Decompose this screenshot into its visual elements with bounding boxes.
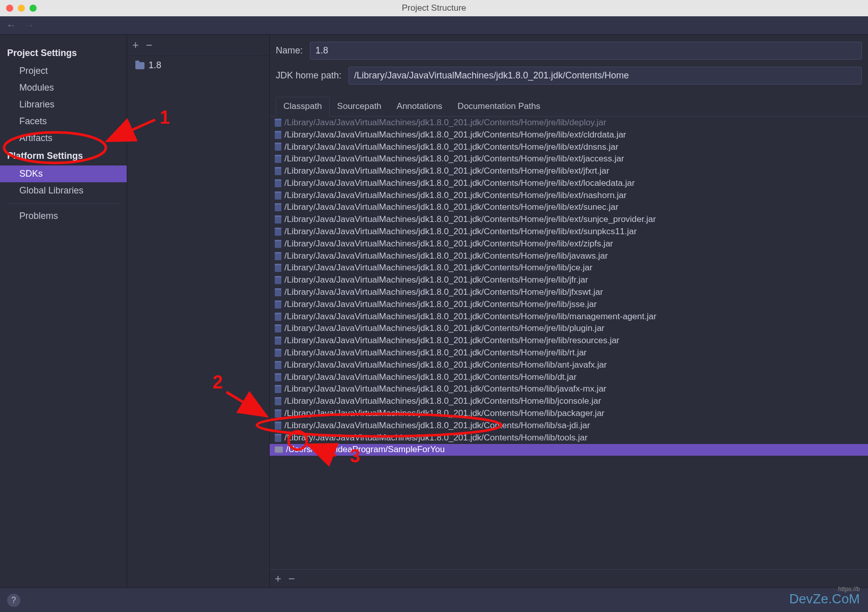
sidebar-separator xyxy=(7,203,120,204)
jdk-home-input[interactable] xyxy=(349,67,862,85)
jar-icon xyxy=(275,337,281,345)
sidebar-header-project: Project Settings xyxy=(0,44,127,63)
classpath-item-path: /Library/Java/JavaVirtualMachines/jdk1.8… xyxy=(284,251,608,261)
jar-icon xyxy=(275,409,281,418)
add-classpath-icon[interactable]: + xyxy=(275,572,281,586)
tab-sourcepath[interactable]: Sourcepath xyxy=(330,97,389,116)
classpath-item-path: /Library/Java/JavaVirtualMachines/jdk1.8… xyxy=(284,287,603,297)
classpath-item-path: /Library/Java/JavaVirtualMachines/jdk1.8… xyxy=(284,360,607,370)
close-window-icon[interactable] xyxy=(6,5,13,12)
classpath-item[interactable]: /Library/Java/JavaVirtualMachines/jdk1.8… xyxy=(270,311,868,323)
jar-icon xyxy=(275,155,281,163)
remove-classpath-icon[interactable]: − xyxy=(288,572,295,586)
classpath-item[interactable]: /Library/Java/JavaVirtualMachines/jdk1.8… xyxy=(270,226,868,238)
classpath-item-path: /Library/Java/JavaVirtualMachines/jdk1.8… xyxy=(284,263,592,273)
jar-icon xyxy=(275,276,281,284)
classpath-item[interactable]: /Library/Java/JavaVirtualMachines/jdk1.8… xyxy=(270,250,868,262)
name-label: Name: xyxy=(276,45,303,56)
window-title: Project Structure xyxy=(402,3,467,13)
jar-icon xyxy=(275,203,281,211)
classpath-item[interactable]: /Library/Java/JavaVirtualMachines/jdk1.8… xyxy=(270,117,868,129)
jar-icon xyxy=(275,349,281,357)
help-icon[interactable]: ? xyxy=(7,594,20,607)
classpath-item[interactable]: /Library/Java/JavaVirtualMachines/jdk1.8… xyxy=(270,189,868,202)
minimize-window-icon[interactable] xyxy=(18,5,25,12)
jar-icon xyxy=(275,313,281,321)
classpath-item-path: /Library/Java/JavaVirtualMachines/jdk1.8… xyxy=(284,166,609,176)
maximize-window-icon[interactable] xyxy=(30,5,37,12)
classpath-item[interactable]: /Library/Java/JavaVirtualMachines/jdk1.8… xyxy=(270,395,868,407)
classpath-item-path: /Library/Java/JavaVirtualMachines/jdk1.8… xyxy=(284,312,656,322)
jar-icon xyxy=(275,179,281,187)
jar-icon xyxy=(275,240,281,248)
jar-icon xyxy=(275,167,281,175)
classpath-item-path: /Library/Java/JavaVirtualMachines/jdk1.8… xyxy=(284,372,576,382)
classpath-item[interactable]: /Library/Java/JavaVirtualMachines/jdk1.8… xyxy=(270,323,868,335)
classpath-item[interactable]: /Library/Java/JavaVirtualMachines/jdk1.8… xyxy=(270,359,868,371)
classpath-item[interactable]: /Library/Java/JavaVirtualMachines/jdk1.8… xyxy=(270,141,868,153)
sdk-list-item[interactable]: 1.8 xyxy=(127,56,269,75)
classpath-item-path: /Library/Java/JavaVirtualMachines/jdk1.8… xyxy=(284,275,588,285)
back-arrow-icon[interactable]: ← xyxy=(6,19,16,31)
sidebar-item-global-libraries[interactable]: Global Libraries xyxy=(0,182,127,199)
name-input[interactable] xyxy=(310,42,862,60)
sidebar-item-facets[interactable]: Facets xyxy=(0,113,127,130)
classpath-item[interactable]: /Library/Java/JavaVirtualMachines/jdk1.8… xyxy=(270,407,868,420)
footer: ? xyxy=(0,588,868,612)
classpath-item-path: /Library/Java/JavaVirtualMachines/jdk1.8… xyxy=(284,323,604,333)
classpath-item[interactable]: /Library/Java/JavaVirtualMachines/jdk1.8… xyxy=(270,238,868,250)
classpath-item[interactable]: /Library/Java/JavaVirtualMachines/jdk1.8… xyxy=(270,371,868,383)
sidebar-item-modules[interactable]: Modules xyxy=(0,79,127,96)
classpath-item-path: /Library/Java/JavaVirtualMachines/jdk1.8… xyxy=(284,227,636,237)
jar-icon xyxy=(275,119,281,127)
classpath-item[interactable]: /Library/Java/JavaVirtualMachines/jdk1.8… xyxy=(270,274,868,286)
classpath-item-path: /Library/Java/JavaVirtualMachines/jdk1.8… xyxy=(284,384,606,394)
sidebar-item-libraries[interactable]: Libraries xyxy=(0,96,127,113)
classpath-item[interactable]: /Library/Java/JavaVirtualMachines/jdk1.8… xyxy=(270,153,868,165)
classpath-item[interactable]: /Library/Java/JavaVirtualMachines/jdk1.8… xyxy=(270,286,868,298)
forward-arrow-icon[interactable]: → xyxy=(24,19,35,31)
classpath-item[interactable]: /Library/Java/JavaVirtualMachines/jdk1.8… xyxy=(270,202,868,214)
folder-icon xyxy=(275,447,283,453)
tab-documentation-paths[interactable]: Documentation Paths xyxy=(450,97,548,116)
classpath-list[interactable]: /Library/Java/JavaVirtualMachines/jdk1.8… xyxy=(270,117,868,569)
remove-sdk-icon[interactable]: − xyxy=(146,39,153,52)
jar-icon xyxy=(275,385,281,393)
classpath-item[interactable]: /Library/Java/JavaVirtualMachines/jdk1.8… xyxy=(270,335,868,347)
jar-icon xyxy=(275,191,281,200)
classpath-item[interactable]: /Library/Java/JavaVirtualMachines/jdk1.8… xyxy=(270,213,868,226)
nav-toolbar: ← → xyxy=(0,16,868,35)
jar-icon xyxy=(275,215,281,224)
classpath-item[interactable]: /Library/Java/JavaVirtualMachines/jdk1.8… xyxy=(270,420,868,432)
jar-icon xyxy=(275,252,281,260)
classpath-item-path: /Library/Java/JavaVirtualMachines/jdk1.8… xyxy=(284,178,635,188)
classpath-item-path: /Library/Java/JavaVirtualMachines/jdk1.8… xyxy=(284,214,656,225)
tab-annotations[interactable]: Annotations xyxy=(389,97,450,116)
classpath-item-path: /Library/Java/JavaVirtualMachines/jdk1.8… xyxy=(284,190,626,201)
classpath-item[interactable]: /Users/Dash/ideaProgram/SampleForYou xyxy=(270,444,868,456)
classpath-item[interactable]: /Library/Java/JavaVirtualMachines/jdk1.8… xyxy=(270,129,868,141)
jar-icon xyxy=(275,397,281,405)
sidebar-item-project[interactable]: Project xyxy=(0,63,127,79)
sidebar-item-problems[interactable]: Problems xyxy=(0,208,127,225)
classpath-item[interactable]: /Library/Java/JavaVirtualMachines/jdk1.8… xyxy=(270,432,868,444)
watermark-brand: DevZe.CoM xyxy=(789,591,860,607)
add-sdk-icon[interactable]: + xyxy=(132,39,139,52)
classpath-item[interactable]: /Library/Java/JavaVirtualMachines/jdk1.8… xyxy=(270,383,868,396)
classpath-item[interactable]: /Library/Java/JavaVirtualMachines/jdk1.8… xyxy=(270,347,868,359)
sidebar-item-artifacts[interactable]: Artifacts xyxy=(0,130,127,147)
classpath-item[interactable]: /Library/Java/JavaVirtualMachines/jdk1.8… xyxy=(270,298,868,311)
sdk-list-item-label: 1.8 xyxy=(149,60,161,71)
jar-icon xyxy=(275,143,281,151)
classpath-item-path: /Library/Java/JavaVirtualMachines/jdk1.8… xyxy=(284,396,601,406)
classpath-item-path: /Library/Java/JavaVirtualMachines/jdk1.8… xyxy=(284,239,613,249)
tab-classpath[interactable]: Classpath xyxy=(276,97,330,117)
classpath-item[interactable]: /Library/Java/JavaVirtualMachines/jdk1.8… xyxy=(270,165,868,177)
classpath-item[interactable]: /Library/Java/JavaVirtualMachines/jdk1.8… xyxy=(270,177,868,189)
jar-icon xyxy=(275,300,281,309)
sdk-list-panel: + − 1.8 xyxy=(127,35,270,588)
classpath-item[interactable]: /Library/Java/JavaVirtualMachines/jdk1.8… xyxy=(270,262,868,274)
sidebar-item-sdks[interactable]: SDKs xyxy=(0,165,127,182)
jdk-home-label: JDK home path: xyxy=(276,70,341,81)
titlebar: Project Structure xyxy=(0,0,868,16)
